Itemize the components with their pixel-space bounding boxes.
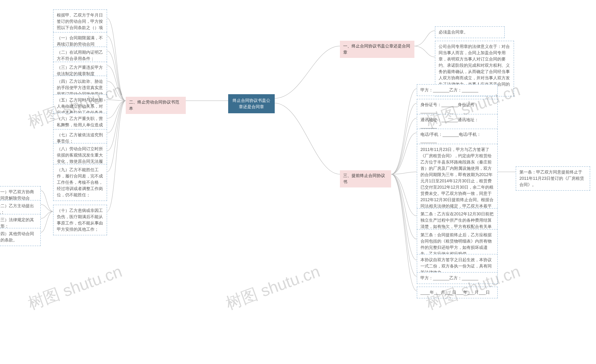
root-node[interactable]: 终止合同协议书盖公章还是合同章: [228, 94, 275, 113]
leaf-text: （九）乙方不能胜任工作，履行合同差，完不成工作任务，考核不合格，经过培训或者调整…: [57, 167, 103, 197]
leaf-text: （十四）其他劳动合同约定的条款。: [0, 231, 34, 242]
leaf-text: （三）乙方严重违反甲方依法制定的规章制度: [57, 65, 103, 76]
leaf-text: （一）合同期限届满，不再续订新的劳动合同: [57, 36, 103, 46]
leaf-text: 电话/手机：_______电话/手机：_______: [420, 132, 481, 143]
watermark: 树图 shutu.cn: [223, 261, 323, 315]
section2-leaf-10[interactable]: （十）乙方患病或非因工负伤，医疗期满后不能从事原工作，也不能从事由甲方安排的其他…: [53, 205, 107, 235]
section3-node[interactable]: 三、提前终止合同协议书: [340, 170, 391, 188]
leaf-text: 身份证号：_______身份证号：_______: [420, 102, 479, 113]
leaf-text: 通讯地址：_______通讯地址：_______: [420, 117, 479, 128]
section2-label: 二、终止劳动合同协议书范本: [129, 100, 179, 111]
section3-leaf-9[interactable]: ____年___月___日___年___月___日: [417, 287, 498, 298]
leaf-text: （十二）乙方主动提出辞职；: [0, 204, 34, 214]
section2-leaf-9[interactable]: （九）乙方不能胜任工作，履行合同差，完不成工作任务，考核不合格，经过培训或者调整…: [53, 164, 107, 201]
section1-leaf-0[interactable]: 必须盖合同章。: [435, 26, 505, 38]
section3-label: 三、提前终止合同协议书: [343, 173, 385, 184]
leaf-text: 甲方：_______乙方：_______: [420, 88, 478, 92]
section3-leaf-0[interactable]: 甲方：_______乙方：_______: [417, 84, 498, 96]
leaf-text: （二）在试用期内证明乙方不符合录用条件；: [57, 50, 103, 61]
leaf-text: （七）乙方被依法追究刑事责任；: [57, 133, 103, 144]
leaf-text: 第一条：甲乙双方同意提前终止于2011年11月23日签订的《厂房租赁合同》。: [519, 170, 584, 187]
leaf-text: 必须盖合同章。: [439, 30, 468, 34]
leaf-text: 甲方：_______乙方：_______: [420, 276, 478, 280]
root-label: 终止合同协议书盖公章还是合同章: [233, 98, 270, 109]
section1-label: 一、终止合同协议书盖公章还是合同章: [343, 44, 410, 55]
section2-sub10-3[interactable]: （十四）其他劳动合同约定的条款。: [0, 228, 41, 246]
section2-node[interactable]: 二、终止劳动合同协议书范本: [126, 97, 186, 114]
leaf-text: （十）乙方患病或非因工负伤，医疗期满后不能从事原工作，也不能从事由甲方安排的其他…: [57, 208, 103, 232]
leaf-text: （十三）法律规定的其他情形；: [0, 218, 34, 228]
section1-node[interactable]: 一、终止合同协议书盖公章还是合同章: [340, 41, 414, 58]
section3-sub-item5[interactable]: 第一条：甲乙双方同意提前终止于2011年11月23日签订的《厂房租赁合同》。: [516, 166, 590, 191]
section3-leaf-8[interactable]: 甲方：_______乙方：_______: [417, 272, 498, 284]
leaf-text: 第三条：合同提前终止后，乙方应根据合同包括的《租赁物明细表》内所有物件的完整归还…: [420, 233, 492, 256]
watermark: 树图 shutu.cn: [25, 261, 125, 315]
leaf-text: ____年___月___日___年___月___日: [420, 290, 490, 295]
